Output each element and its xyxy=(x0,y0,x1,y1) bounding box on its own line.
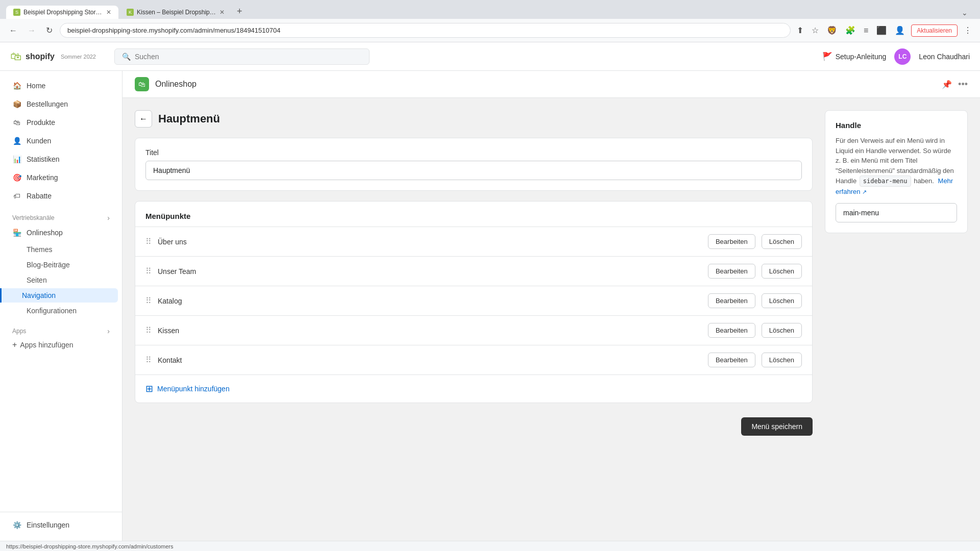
sidebar-item-marketing[interactable]: 🎯 Marketing xyxy=(4,169,118,186)
search-bar[interactable]: 🔍 xyxy=(114,48,370,65)
brave-icon: 🦁 xyxy=(825,23,839,37)
field-label: Titel xyxy=(145,148,802,157)
pin-icon[interactable]: 📌 xyxy=(942,80,952,89)
sidebar-sub-blog[interactable]: Blog-Beiträge xyxy=(4,258,118,272)
content-area: ← Hauptmenü Titel Menüpunkte xyxy=(122,98,980,541)
add-apps-item[interactable]: + Apps hinzufügen xyxy=(0,337,122,353)
home-icon: 🏠 xyxy=(12,81,21,90)
sidebar-sub-seiten[interactable]: Seiten xyxy=(4,273,118,287)
delete-button-2[interactable]: Löschen xyxy=(762,293,802,308)
apps-label: Apps xyxy=(12,328,26,335)
sidebar-item-rabatte[interactable]: 🏷 Rabatte xyxy=(4,187,118,205)
external-link-icon: ↗ xyxy=(862,189,867,195)
bestellungen-icon: 📦 xyxy=(12,99,21,109)
share-icon[interactable]: ⬆ xyxy=(795,23,805,37)
titel-input[interactable] xyxy=(145,161,802,180)
menu-items-title: Menüpunkte xyxy=(145,212,190,220)
browser-dropdown-icon[interactable]: ⌄ xyxy=(960,7,970,19)
edit-button-0[interactable]: Bearbeiten xyxy=(708,234,755,249)
bookmark-icon[interactable]: ☆ xyxy=(810,23,821,37)
sidebar-sub-themes[interactable]: Themes xyxy=(4,242,118,257)
edit-button-3[interactable]: Bearbeiten xyxy=(708,323,755,338)
tab-label-2: Kissen – Beispiel Dropshipping... xyxy=(137,9,216,16)
statistiken-icon: 📊 xyxy=(12,155,21,164)
menu-item-row-2: ⠿ Katalog Bearbeiten Löschen xyxy=(135,286,812,315)
navigation-label: Navigation xyxy=(22,291,56,299)
drag-handle-1[interactable]: ⠿ xyxy=(145,266,152,276)
drag-handle-3[interactable]: ⠿ xyxy=(145,325,152,335)
apps-section-header: Apps › xyxy=(0,323,122,337)
delete-button-0[interactable]: Löschen xyxy=(762,234,802,249)
sidebar-item-bestellungen[interactable]: 📦 Bestellungen xyxy=(4,95,118,113)
top-bar-right: 🚩 Setup-Anleitung LC Leon Chaudhari xyxy=(822,48,970,65)
sidebar-sub-navigation[interactable]: Navigation xyxy=(0,288,118,303)
settings-ext-icon[interactable]: ≡ xyxy=(862,24,870,37)
handle-input[interactable] xyxy=(836,203,957,222)
wallet-icon[interactable]: ⬛ xyxy=(874,23,889,37)
delete-button-4[interactable]: Löschen xyxy=(762,353,802,367)
profile-icon[interactable]: 👤 xyxy=(893,23,907,37)
add-apps-label: Apps hinzufügen xyxy=(20,341,73,349)
sidebar-sub-konfigurationen[interactable]: Konfigurationen xyxy=(4,304,118,318)
back-button[interactable]: ← xyxy=(6,24,20,37)
menu-item-name-2: Katalog xyxy=(158,297,702,305)
tab-close-1[interactable]: ✕ xyxy=(106,9,111,16)
menu-item-row-1: ⠿ Unser Team Bearbeiten Löschen xyxy=(135,256,812,286)
setup-link[interactable]: 🚩 Setup-Anleitung xyxy=(822,52,887,61)
title-card: Titel xyxy=(135,138,813,191)
status-url: https://beispiel-dropshipping-store.mysh… xyxy=(6,543,174,549)
save-menu-button[interactable]: Menü speichern xyxy=(741,417,813,436)
edit-button-2[interactable]: Bearbeiten xyxy=(708,293,755,308)
avatar[interactable]: LC xyxy=(894,48,911,65)
sidebar-item-produkte[interactable]: 🛍 Produkte xyxy=(4,114,118,131)
page-title-row: ← Hauptmenü xyxy=(135,110,813,128)
sidebar-item-statistiken[interactable]: 📊 Statistiken xyxy=(4,151,118,168)
delete-button-1[interactable]: Löschen xyxy=(762,264,802,279)
add-item-button[interactable]: ⊞ Menüpunkt hinzufügen xyxy=(145,383,230,394)
update-button[interactable]: Aktualisieren xyxy=(911,24,958,37)
back-page-button[interactable]: ← xyxy=(135,110,152,128)
main-panel: ← Hauptmenü Titel Menüpunkte xyxy=(135,110,813,529)
browser-toolbar: ← → ↻ beispiel-dropshipping-store.myshop… xyxy=(0,19,980,42)
drag-handle-2[interactable]: ⠿ xyxy=(145,296,152,306)
settings-icon: ⚙️ xyxy=(12,520,21,530)
sidebar-kunden-label: Kunden xyxy=(27,137,51,145)
add-item-icon: ⊞ xyxy=(145,383,153,394)
search-input[interactable] xyxy=(135,53,362,61)
browser-tab-1[interactable]: S Beispiel Dropshipping Store ·... ✕ xyxy=(6,6,118,19)
more-options-icon[interactable]: ⋮ xyxy=(962,23,974,37)
delete-button-3[interactable]: Löschen xyxy=(762,323,802,338)
marketing-icon: 🎯 xyxy=(12,173,21,182)
shopify-badge: Sommer 2022 xyxy=(61,54,96,60)
forward-button[interactable]: → xyxy=(24,24,39,37)
sidebar-item-kunden[interactable]: 👤 Kunden xyxy=(4,132,118,149)
shopify-icon: 🛍 xyxy=(10,50,21,63)
sidebar-rabatte-label: Rabatte xyxy=(27,192,52,200)
sidebar-onlineshop-label: Onlineshop xyxy=(27,229,63,237)
footer-action: Menü speichern xyxy=(135,413,813,440)
channels-expand-icon[interactable]: › xyxy=(107,214,110,222)
edit-button-1[interactable]: Bearbeiten xyxy=(708,264,755,279)
drag-handle-0[interactable]: ⠿ xyxy=(145,237,152,246)
new-tab-button[interactable]: + xyxy=(233,4,247,19)
sidebar-item-onlineshop[interactable]: 🏪 Onlineshop xyxy=(4,224,118,241)
channels-section-header: Vertriebskanäle › xyxy=(0,210,122,224)
drag-handle-4[interactable]: ⠿ xyxy=(145,355,152,365)
shopify-wordmark: shopify xyxy=(26,52,55,61)
seiten-label: Seiten xyxy=(27,276,47,284)
tab-close-2[interactable]: ✕ xyxy=(219,9,225,16)
add-item-row: ⊞ Menüpunkt hinzufügen xyxy=(135,374,812,403)
user-name[interactable]: Leon Chaudhari xyxy=(919,53,970,61)
add-apps-icon: + xyxy=(12,340,17,349)
edit-button-4[interactable]: Bearbeiten xyxy=(708,353,755,367)
browser-tab-2[interactable]: K Kissen – Beispiel Dropshipping... ✕ xyxy=(119,6,232,19)
handle-desc-2: haben. xyxy=(914,177,934,185)
extension-icon[interactable]: 🧩 xyxy=(843,23,857,37)
reload-button[interactable]: ↻ xyxy=(43,23,56,37)
sidebar-item-home[interactable]: 🏠 Home xyxy=(4,77,118,94)
address-bar[interactable]: beispiel-dropshipping-store.myshopify.co… xyxy=(60,23,791,38)
apps-expand-icon[interactable]: › xyxy=(107,327,110,335)
page-title: Hauptmenü xyxy=(158,112,220,126)
more-options-icon[interactable]: ••• xyxy=(958,79,968,90)
sidebar-item-settings[interactable]: ⚙️ Einstellungen xyxy=(4,516,118,534)
